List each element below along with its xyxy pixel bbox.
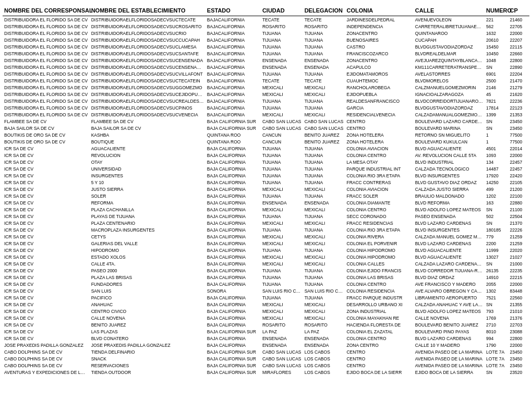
table-row: ICR SA DE CVBENITO JUAREZBAJA CALIFORNIA… <box>3 321 529 328</box>
table-cell: TIJUANA <box>303 145 345 152</box>
table-cell: 23450 <box>509 118 529 125</box>
table-cell: 22204 <box>509 70 529 77</box>
table-cell: BAJA CALIFORNIA <box>205 206 261 213</box>
table-cell: PLAZA CACHANILLA <box>90 206 205 213</box>
table-cell: BOULEVARD PINO PAYAS <box>414 328 485 335</box>
table-cell: ICR SA DE CV <box>3 281 90 287</box>
table-cell: 1 <box>485 138 508 145</box>
table-cell: DISTRIBUIDORA EL FLORIDO SA DE CV <box>3 104 90 111</box>
table-cell: 22703 <box>509 321 529 328</box>
table-cell: COLONIA RIO 3RA ETAPA <box>345 172 413 179</box>
table-cell: BAJACALIFORNIA <box>205 23 261 30</box>
table-cell: ZONACENTRO <box>345 30 413 37</box>
table-cell: TIJUANA <box>303 179 345 186</box>
table-cell: MEXICALI <box>303 240 345 247</box>
table-row: ICR SA DE CVPLAZA CACHANILLABAJA CALIFOR… <box>3 206 529 213</box>
table-cell: BLVD INSURGENTES <box>414 226 485 233</box>
table-cell: BLVD ADOLFO LOPEZ MATEOS <box>414 206 485 213</box>
table-row: ICR SA DE CVESTADO XOLOSBAJA CALIFORNIAM… <box>3 253 529 260</box>
table-cell: TIJUANA <box>261 152 303 159</box>
table-cell: 10450 <box>485 50 508 57</box>
table-cell: BLVD REFORMA <box>414 199 485 206</box>
table-cell: DISTRIBUIDORAELFLORIDOSADECVSUCEJIDOPUEB… <box>90 91 205 98</box>
header-estado: ESTADO <box>205 5 261 16</box>
table-cell: MEXICALI <box>303 84 345 91</box>
table-cell: COLONIA CENTRO <box>345 335 413 342</box>
table-cell: SONORA <box>205 287 261 294</box>
table-row: ICR SA DE CVLAS PLAZASBAJA CALIFORNIA SU… <box>3 328 529 335</box>
table-cell: LA PAZ <box>261 328 303 335</box>
table-cell: BAJA CALIFORNIA <box>205 294 261 301</box>
table-cell: CUCAPAH <box>414 37 485 43</box>
table-cell: TIJUANA <box>261 294 303 301</box>
table-cell: ICR SA DE CV <box>3 179 90 186</box>
table-cell: MACROPLAZA INSURGENTES <box>90 226 205 233</box>
table-cell: 22000 <box>509 281 529 287</box>
table-cell: 26135 <box>485 267 508 274</box>
table-row: BOUTIKIS DE ORO SA DE CVBOUTIQUEQUINTANA… <box>3 138 529 145</box>
table-cell: ACAPULCO <box>345 64 413 70</box>
table-cell: BAJA CALIFORNIA SUR <box>205 355 261 362</box>
table-cell: TECATE <box>261 16 303 23</box>
table-cell: SAN LUIS <box>90 287 205 294</box>
table-cell: REFORMA <box>90 199 205 206</box>
table-cell: 23450 <box>509 355 529 362</box>
table-cell: BLVDGUSTAVODIAZORDAZ <box>414 43 485 50</box>
table-cell: 1202 <box>485 192 508 199</box>
table-cell: 21460 <box>509 16 529 23</box>
table-row: ICR SA DE CVPACIFICOBAJA CALIFORNIATIJUA… <box>3 294 529 301</box>
table-cell: ENSENADA <box>303 64 345 70</box>
table-cell: BAJA CALIFORNIA <box>205 159 261 165</box>
table-cell: TIJUANA <box>261 172 303 179</box>
table-cell: RETORNO SN MIGUELITO <box>414 131 485 138</box>
table-cell: FRACC CONTRERAS <box>345 179 413 186</box>
table-cell: ICR SA DE CV <box>3 213 90 220</box>
table-row: ICR SA DE CVINSURGENTESBAJA CALIFORNIATI… <box>3 172 529 179</box>
table-cell: LOS CABOS <box>303 348 345 355</box>
table-cell: TIJUANA <box>261 37 303 43</box>
table-cell: CABO SAN LUCAS <box>261 348 303 355</box>
table-cell: BAJACALIFORNIA <box>205 57 261 64</box>
table-row: ICR SA DE CV5 Y 10BAJA CALIFORNIATIJUANA… <box>3 179 529 186</box>
table-cell: MEXICALI <box>303 91 345 98</box>
table-cell: ZONA INDUSTRIAL <box>345 308 413 315</box>
table-cell: BAJA CALIFORNIA <box>205 152 261 159</box>
table-cell: TIJUANA <box>261 274 303 281</box>
table-cell: BAJA CALIFORNIA <box>205 165 261 172</box>
table-cell: BLVD AGUACALIENTE <box>414 247 485 253</box>
table-cell: COLONIA EL ZAZATAL <box>345 328 413 335</box>
table-cell: MEXICALI <box>261 233 303 240</box>
table-cell: 22560 <box>509 294 529 301</box>
table-row: DISTRIBUIDORA EL FLORIDO SA DE CVDISTRIB… <box>3 70 529 77</box>
table-cell: 11999 <box>485 247 508 253</box>
table-cell: 23088 <box>509 328 529 335</box>
table-cell: ENSENADA <box>303 199 345 206</box>
table-cell: 134 <box>485 159 508 165</box>
table-cell: 22457 <box>509 165 529 172</box>
table-cell: BAJA CALIFORNIA <box>205 220 261 226</box>
table-cell: 17814 <box>485 104 508 111</box>
table-cell: ICR SA DE CV <box>3 159 90 165</box>
table-cell: ZONA HOTELERA <box>345 131 413 138</box>
table-cell: BLVD GUSTAVO DIAZ ORDAZ <box>414 179 485 186</box>
table-row: ICR SA DE CVSOLERBAJA CALIFORNIATIJUANAT… <box>3 192 529 199</box>
table-cell: COLONIA CENTRO <box>345 281 413 287</box>
table-cell: CALLE 4TA. <box>90 260 205 267</box>
table-row: ICR SA DE CVPLAZA CENTENARIOBAJA CALIFOR… <box>3 220 529 226</box>
table-cell: BAJA CALIFORNIA <box>205 247 261 253</box>
table-row: DISTRIBUIDORA EL FLORIDO SA DE CVDISTRIB… <box>3 37 529 43</box>
table-cell: TIJUANA <box>261 179 303 186</box>
table-cell: DISTRIBUIDORAELFLORIDOSADECVSUCSANTAFE <box>90 50 205 57</box>
table-cell: AVENIDA PASEO DE LA MARINA <box>414 362 485 369</box>
table-cell: BAJACALIFORNIA <box>205 64 261 70</box>
table-cell: 14487 <box>485 165 508 172</box>
table-cell: RESIDENCIALVENECIA <box>345 111 413 118</box>
table-cell: 22000 <box>509 30 529 37</box>
table-cell: BAJACALIFORNIA <box>205 91 261 98</box>
table-cell: TIJUANA <box>303 213 345 220</box>
table-cell: MEXICALI <box>303 233 345 240</box>
header-ciudad: CIUDAD <box>261 5 303 16</box>
table-cell: AGUACALIENTE <box>90 145 205 152</box>
table-row: ICR SA DE CVUNIVERSIDADBAJA CALIFORNIATI… <box>3 165 529 172</box>
table-cell: ICR SA DE CV <box>3 328 90 335</box>
